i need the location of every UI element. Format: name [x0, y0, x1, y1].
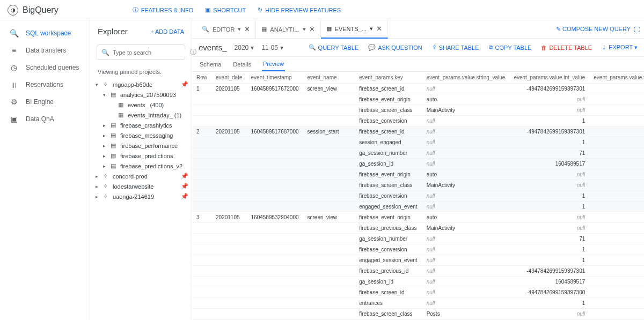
link-icon: ↻ [258, 6, 262, 13]
nav-item[interactable]: 🔍SQL workspace [0, 25, 90, 42]
nav-item[interactable]: ⚙BI Engine [0, 93, 90, 110]
header-link[interactable]: ↻HIDE PREVIEW FEATURES [258, 6, 341, 14]
expand-icon[interactable]: ▸ [96, 174, 101, 179]
cell [192, 266, 211, 277]
tree-node[interactable]: ▸▤firebase_crashlytics [93, 120, 188, 130]
column-header[interactable]: event_params.key [355, 72, 422, 84]
cell [211, 287, 247, 298]
cell [247, 266, 303, 277]
subtab[interactable]: Schema [199, 58, 222, 71]
editor-tab[interactable]: ▦ANALYTI...▾✕ [256, 20, 320, 39]
action-button[interactable]: 🗑DELETE TABLE [541, 44, 592, 51]
action-button[interactable]: 🔍QUERY TABLE [309, 44, 359, 51]
pin-icon[interactable]: 📌 [181, 173, 188, 180]
editor-tabs: 🔍EDITOR▾✕▦ANALYTI...▾✕▦EVENTS_...▾✕✎ COM… [192, 20, 644, 39]
editor-tab[interactable]: 🔍EDITOR▾✕ [196, 20, 256, 39]
tree-node[interactable]: ▸▤firebase_performance [93, 140, 188, 151]
tree-node[interactable]: ▸⁘concord-prod📌 [93, 171, 188, 181]
cell: firebase_event_origin [355, 94, 422, 105]
tree-node[interactable]: ▦events_intraday_ (1) [93, 110, 188, 120]
column-header[interactable]: event_date [211, 72, 247, 84]
expand-icon[interactable]: ▾ [96, 82, 101, 87]
expand-icon[interactable]: ▸ [96, 184, 101, 189]
action-button[interactable]: ⧉COPY TABLE [489, 44, 532, 51]
tree-node[interactable]: ▾▤analytics_207590093 [93, 90, 188, 100]
pin-icon[interactable]: 📌 [181, 81, 188, 88]
subtab[interactable]: Details [232, 58, 252, 71]
table-row: ga_session_numbernull71nullnull [192, 234, 644, 244]
tree-node[interactable]: ▸▤firebase_messaging [93, 130, 188, 140]
cell [303, 202, 355, 212]
subtab[interactable]: Preview [262, 57, 285, 71]
cell: firebase_screen_id [355, 84, 422, 94]
column-header[interactable]: event_timestamp [247, 72, 303, 84]
cell [192, 105, 211, 116]
chevron-down-icon[interactable]: ▾ [370, 25, 373, 32]
date-selector[interactable]: 11-05 ▾ [261, 44, 283, 51]
cell [211, 234, 247, 244]
nav-item[interactable]: ⫼Reservations [0, 76, 90, 93]
cell: 1604589517 [509, 277, 589, 287]
cell [303, 94, 355, 105]
pin-icon[interactable]: 📌 [181, 193, 188, 200]
nav-item[interactable]: ◷Scheduled queries [0, 59, 90, 76]
expand-icon[interactable]: ▸ [103, 153, 108, 159]
cell [247, 116, 303, 126]
cell: 71 [509, 234, 589, 244]
expand-icon[interactable]: ▸ [103, 143, 108, 148]
search-input[interactable] [113, 49, 187, 56]
nav-label: Scheduled queries [26, 64, 79, 71]
column-header[interactable]: event_params.value.float_value [589, 72, 644, 84]
explorer-search[interactable]: 🔍 ⓘ [97, 44, 185, 60]
expand-icon[interactable]: ▾ [103, 92, 108, 98]
table-row: session_engagednull1nullnull [192, 137, 644, 148]
expand-icon[interactable]: ⛶ [634, 26, 640, 33]
year-selector[interactable]: 2020 ▾ [235, 44, 254, 51]
cell [303, 169, 355, 180]
tree-node[interactable]: ▾⁘mgoapp-b60dc📌 [93, 79, 188, 90]
compose-button[interactable]: ✎ COMPOSE NEW QUERY [556, 26, 631, 33]
table-row: firebase_conversionnull1nullnull [192, 244, 644, 255]
cell [211, 169, 247, 180]
tree-node[interactable]: ▦events_ (400) [93, 100, 188, 110]
tree-node[interactable]: ▸▤firebase_predictions [93, 151, 188, 161]
add-data-button[interactable]: + ADD DATA [150, 28, 184, 35]
action-icon: ⇪ [432, 44, 437, 51]
close-icon[interactable]: ✕ [309, 25, 315, 33]
cell: ga_session_number [355, 148, 422, 159]
pin-icon[interactable]: 📌 [181, 183, 188, 190]
nav-item[interactable]: ≡Data transfers [0, 42, 90, 59]
cell: null [422, 159, 510, 169]
table-row: 3202011051604589532904000screen_viewfire… [192, 212, 644, 223]
expand-icon[interactable]: ▸ [103, 133, 108, 138]
cell: MainActivity [422, 105, 510, 116]
column-header[interactable]: event_name [303, 72, 355, 84]
close-icon[interactable]: ✕ [376, 25, 382, 33]
expand-icon[interactable]: ▸ [103, 123, 108, 128]
nav-item[interactable]: ▣Data QnA [0, 110, 90, 128]
tree-node[interactable]: ▸⁘lodestarwebsite📌 [93, 181, 188, 191]
action-icon: 🗑 [541, 44, 547, 51]
action-button[interactable]: ⇪SHARE TABLE [432, 44, 479, 51]
action-button[interactable]: ⤓EXPORT ▾ [602, 44, 638, 51]
expand-icon[interactable]: ▸ [96, 194, 101, 199]
tree-node[interactable]: ▸▤firebase_predictions_v2 [93, 161, 188, 171]
header-link[interactable]: ▣SHORTCUT [205, 6, 246, 14]
header-link[interactable]: ⓘFEATURES & INFO [133, 6, 194, 14]
expand-icon[interactable]: ▸ [103, 163, 108, 169]
column-header[interactable]: event_params.value.int_value [509, 72, 589, 84]
cell: null [422, 255, 510, 266]
close-icon[interactable]: ✕ [244, 25, 250, 33]
table-row: ga_session_idnull1604589517nullnull [192, 159, 644, 169]
column-header[interactable]: event_params.value.string_value [422, 72, 510, 84]
chevron-down-icon[interactable]: ▾ [238, 26, 241, 33]
chevron-down-icon[interactable]: ▾ [303, 26, 306, 33]
column-header[interactable]: Row [192, 72, 211, 84]
cell [247, 169, 303, 180]
cell [247, 309, 303, 319]
cell: 1604589517672000 [247, 84, 303, 94]
editor-tab[interactable]: ▦EVENTS_...▾✕ [321, 20, 388, 39]
tree-node[interactable]: ▸⁘uaonga-214619📌 [93, 191, 188, 202]
cell: auto [422, 169, 510, 180]
action-button[interactable]: 💬ASK QUESTION [368, 44, 422, 51]
